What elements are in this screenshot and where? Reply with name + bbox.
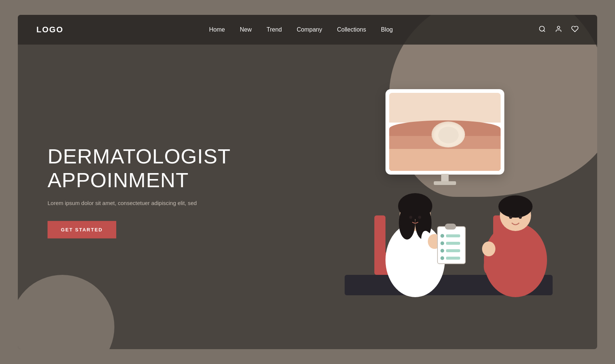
blob-bottom-left — [18, 275, 114, 349]
svg-rect-25 — [446, 257, 460, 260]
svg-point-22 — [440, 249, 444, 253]
hero-content: DERMATOLOGIST APPOINMENT Lorem ipsum dol… — [48, 144, 241, 238]
get-started-button[interactable]: GET STARTED — [48, 221, 116, 238]
svg-point-13 — [418, 216, 421, 219]
svg-line-1 — [544, 30, 545, 32]
svg-point-12 — [409, 216, 412, 219]
logo: LOGO — [36, 25, 64, 35]
illustration — [315, 67, 575, 349]
search-icon[interactable] — [538, 25, 546, 35]
svg-rect-21 — [446, 242, 460, 245]
hero-title: DERMATOLOGIST APPOINMENT — [48, 144, 241, 192]
heart-icon[interactable] — [571, 25, 579, 35]
svg-point-32 — [519, 216, 522, 219]
nav-icons — [538, 25, 579, 35]
nav-item-trend[interactable]: Trend — [267, 26, 282, 33]
svg-point-31 — [509, 216, 512, 219]
svg-rect-17 — [445, 224, 456, 230]
nav-item-blog[interactable]: Blog — [381, 26, 393, 33]
nav-item-collections[interactable]: Collections — [337, 26, 366, 33]
svg-point-30 — [498, 195, 533, 218]
nav-links: Home New Trend Company Collections Blog — [209, 26, 393, 33]
scene-svg — [315, 67, 575, 349]
svg-rect-6 — [374, 215, 385, 275]
svg-point-0 — [540, 26, 544, 31]
svg-point-24 — [440, 256, 444, 260]
svg-point-18 — [440, 234, 444, 238]
hero-subtitle: Lorem ipsum dolor sit amet, consectetuer… — [48, 200, 241, 206]
page-wrapper: LOGO Home New Trend Company Collections … — [18, 15, 597, 349]
navbar: LOGO Home New Trend Company Collections … — [18, 15, 597, 45]
nav-item-new[interactable]: New — [240, 26, 252, 33]
svg-rect-23 — [446, 249, 460, 252]
nav-item-home[interactable]: Home — [209, 26, 225, 33]
user-icon[interactable] — [555, 25, 562, 35]
svg-point-20 — [440, 241, 444, 245]
svg-point-2 — [557, 26, 560, 29]
svg-point-34 — [482, 241, 495, 256]
nav-item-company[interactable]: Company — [297, 26, 322, 33]
svg-rect-19 — [446, 234, 460, 237]
